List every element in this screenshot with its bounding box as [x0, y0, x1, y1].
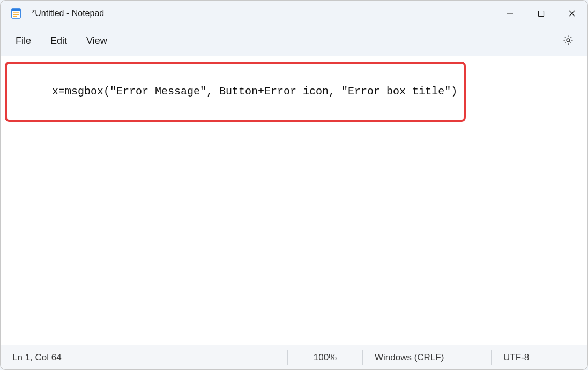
status-zoom[interactable]: 100%	[287, 350, 362, 365]
menu-file[interactable]: File	[6, 31, 41, 51]
annotation-highlight: x=msgbox("Error Message", Button+Error i…	[5, 62, 466, 122]
menu-bar: File Edit View	[1, 26, 587, 56]
svg-rect-6	[538, 11, 544, 16]
gear-icon	[562, 34, 574, 48]
svg-point-9	[567, 39, 570, 42]
status-bar: Ln 1, Col 64 100% Windows (CRLF) UTF-8	[1, 345, 587, 369]
minimize-button[interactable]	[494, 1, 525, 26]
window-controls	[494, 1, 587, 26]
menu-edit[interactable]: Edit	[41, 31, 77, 51]
status-caret-position: Ln 1, Col 64	[1, 350, 287, 365]
notepad-icon	[10, 8, 22, 19]
status-line-ending[interactable]: Windows (CRLF)	[362, 350, 491, 365]
title-bar[interactable]: *Untitled - Notepad	[1, 1, 587, 26]
maximize-button[interactable]	[525, 1, 556, 26]
menu-view[interactable]: View	[77, 31, 117, 51]
svg-rect-1	[12, 9, 21, 11]
window-title: *Untitled - Notepad	[32, 9, 494, 18]
text-editor[interactable]: x=msgbox("Error Message", Button+Error i…	[1, 56, 587, 345]
editor-content[interactable]: x=msgbox("Error Message", Button+Error i…	[52, 85, 457, 98]
status-encoding[interactable]: UTF-8	[491, 350, 587, 365]
notepad-window: *Untitled - Notepad File Edit View	[0, 0, 588, 370]
close-button[interactable]	[556, 1, 587, 26]
settings-button[interactable]	[557, 31, 579, 52]
